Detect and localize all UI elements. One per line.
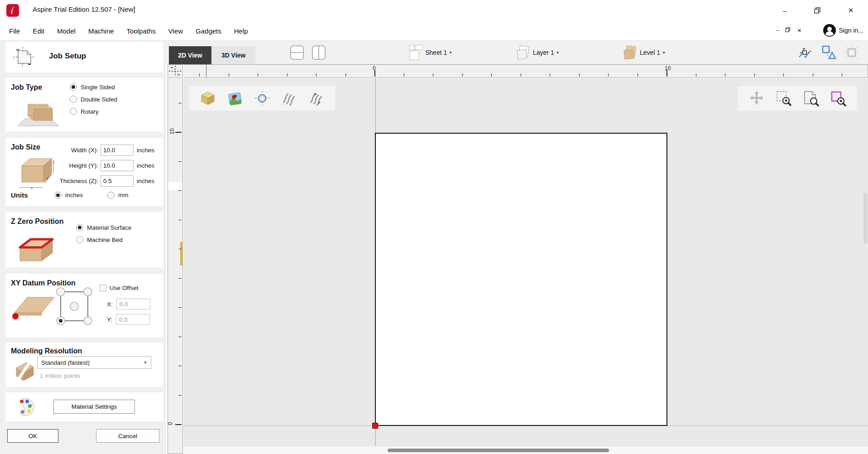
mdi-restore-button[interactable] bbox=[785, 27, 790, 34]
radio-button[interactable] bbox=[76, 236, 83, 243]
use-offset-checkbox[interactable] bbox=[100, 285, 106, 291]
field-input[interactable] bbox=[101, 145, 134, 156]
radio-option-single-sided[interactable]: Single Sided bbox=[70, 83, 117, 91]
field-input[interactable] bbox=[101, 175, 134, 187]
offset-input[interactable] bbox=[116, 299, 150, 309]
menu-bar: FileEditModelMachineToolpathsViewGadgets… bbox=[0, 21, 868, 41]
horizontal-scrollbar[interactable] bbox=[183, 446, 868, 454]
mdi-close-button[interactable]: ✕ bbox=[797, 27, 802, 34]
units-row: Units inchesmm bbox=[11, 191, 129, 199]
field-input[interactable] bbox=[101, 160, 134, 171]
toolpath-lines-icon[interactable] bbox=[281, 90, 298, 107]
cancel-button[interactable]: Cancel bbox=[96, 429, 159, 443]
ruler-label: 0 bbox=[167, 422, 173, 425]
tab-2d-view[interactable]: 2D View bbox=[169, 46, 211, 64]
sign-in-area[interactable]: Sign in... bbox=[823, 24, 863, 37]
job-boundary-rect[interactable] bbox=[375, 133, 667, 426]
sheet-selector[interactable]: Sheet 1 ▼ bbox=[409, 41, 452, 64]
radio-option-rotary[interactable]: Rotary bbox=[70, 108, 117, 115]
bitmap-image-icon[interactable] bbox=[226, 90, 244, 107]
offset-fields: X:Y: bbox=[107, 296, 150, 327]
aspire-app-icon bbox=[6, 4, 19, 17]
z-zero-title: Z Zero Position bbox=[11, 217, 63, 226]
radio-option-material-surface[interactable]: Material Surface bbox=[76, 224, 131, 231]
job-setup-panel: Job Setup Job Type Single SidedDouble Si… bbox=[0, 40, 166, 454]
close-button[interactable]: ✕ bbox=[843, 4, 858, 17]
units-options: inchesmm bbox=[54, 192, 129, 199]
radio-option-double-sided[interactable]: Double Sided bbox=[70, 96, 117, 103]
field-units-suffix: inches bbox=[134, 147, 154, 154]
radio-label: Double Sided bbox=[81, 96, 117, 103]
split-horizontal-button[interactable] bbox=[289, 43, 305, 62]
drawing-canvas-2d[interactable] bbox=[183, 78, 868, 454]
radio-button[interactable] bbox=[70, 83, 77, 91]
horizontal-scrollbar-thumb[interactable] bbox=[388, 449, 609, 452]
ruler-tick bbox=[783, 73, 784, 77]
snap-objects-icon[interactable] bbox=[820, 44, 836, 61]
ruler-tick bbox=[316, 73, 317, 77]
radio-button[interactable] bbox=[76, 224, 83, 231]
ruler-tick bbox=[178, 395, 182, 396]
snap-grid-icon[interactable] bbox=[844, 44, 860, 61]
radio-button[interactable] bbox=[107, 192, 115, 199]
zoom-selection-icon[interactable] bbox=[775, 90, 792, 107]
tab-3d-view[interactable]: 3D View bbox=[211, 46, 255, 64]
datum-origin-marker[interactable] bbox=[372, 423, 378, 429]
radio-button[interactable] bbox=[54, 192, 62, 199]
modeling-resolution-arrow: ▼ bbox=[144, 361, 147, 365]
radio-button[interactable] bbox=[70, 96, 77, 103]
menu-item-file[interactable]: File bbox=[3, 27, 26, 35]
modeling-resolution-section: Modeling Resolution Standard (fastest) ▼… bbox=[5, 343, 163, 387]
zoom-window-icon[interactable] bbox=[830, 90, 847, 107]
toolpath-direction-icon[interactable] bbox=[308, 90, 325, 107]
menu-item-help[interactable]: Help bbox=[228, 27, 254, 35]
ruler-tick bbox=[696, 73, 696, 77]
ruler-tick bbox=[229, 73, 229, 77]
ok-button[interactable]: OK bbox=[7, 429, 58, 443]
pan-view-icon[interactable] bbox=[748, 90, 765, 107]
radio-option-inches[interactable]: inches bbox=[54, 192, 83, 199]
layer-selector[interactable]: Layer 1 ▼ bbox=[516, 41, 560, 64]
ruler-tick bbox=[258, 73, 258, 77]
menu-item-view[interactable]: View bbox=[162, 27, 189, 35]
canvas-toolbar-right bbox=[738, 86, 857, 111]
use-offset-row[interactable]: Use Offset bbox=[100, 285, 139, 291]
menu-item-toolpaths[interactable]: Toolpaths bbox=[120, 27, 162, 35]
set-datum-icon[interactable] bbox=[254, 90, 271, 107]
field-row-thickness-z-: Thickness (Z):inches bbox=[5, 173, 163, 188]
menu-item-edit[interactable]: Edit bbox=[26, 27, 51, 35]
menu-item-machine[interactable]: Machine bbox=[82, 27, 120, 35]
snap-geometry-icon[interactable] bbox=[796, 44, 813, 61]
radio-option-machine-bed[interactable]: Machine Bed bbox=[76, 236, 131, 243]
modeling-resolution-dropdown[interactable]: Standard (fastest) ▼ bbox=[37, 356, 151, 369]
ruler-tick bbox=[178, 190, 182, 191]
field-label: Height (Y): bbox=[5, 162, 101, 169]
material-settings-button[interactable]: Material Settings bbox=[53, 400, 135, 414]
job-size-fields: Width (X):inchesHeight (Y):inchesThickne… bbox=[5, 142, 163, 188]
ruler-tick bbox=[404, 73, 404, 77]
menu-item-gadgets[interactable]: Gadgets bbox=[189, 27, 228, 35]
minimize-button[interactable]: – bbox=[777, 4, 792, 17]
offset-input[interactable] bbox=[116, 314, 150, 325]
zoom-drawing-icon[interactable] bbox=[802, 90, 820, 107]
level-selector[interactable]: Level 1 ▼ bbox=[623, 41, 666, 64]
field-label: Width (X): bbox=[5, 147, 101, 154]
ruler-tick bbox=[521, 73, 521, 77]
radio-button[interactable] bbox=[70, 108, 77, 115]
sign-in-label: Sign in... bbox=[839, 27, 863, 34]
datum-position-selector[interactable] bbox=[54, 285, 94, 327]
material-block-icon[interactable] bbox=[199, 90, 216, 107]
layer-label: Layer 1 bbox=[533, 49, 554, 56]
split-vertical-button[interactable] bbox=[311, 43, 326, 62]
radio-option-mm[interactable]: mm bbox=[107, 192, 129, 199]
ruler-tick bbox=[754, 73, 755, 77]
ruler-tick bbox=[491, 73, 492, 77]
menu-item-model[interactable]: Model bbox=[51, 27, 82, 35]
vertical-ruler[interactable]: 010 bbox=[168, 78, 183, 454]
restore-button[interactable] bbox=[810, 4, 825, 17]
ruler-tick bbox=[462, 73, 463, 77]
horizontal-ruler[interactable]: 010 bbox=[184, 64, 868, 78]
mdi-minimize-button[interactable]: – bbox=[776, 27, 779, 34]
radio-label: Machine Bed bbox=[87, 237, 123, 243]
vertical-scrollbar-thumb[interactable] bbox=[863, 193, 868, 244]
